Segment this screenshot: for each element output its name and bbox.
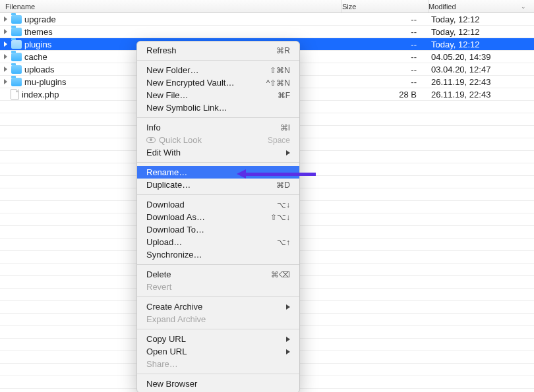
filename-label: themes <box>24 27 53 37</box>
cell-filename: themes <box>0 27 343 37</box>
cell-filename: upgrade <box>0 14 343 24</box>
chevron-right-icon <box>286 349 290 354</box>
column-filename[interactable]: Filename <box>0 3 341 11</box>
table-row[interactable]: upgrade--Today, 12:12 <box>0 13 534 26</box>
menu-new-folder[interactable]: New Folder… ⇧⌘N <box>137 64 299 76</box>
filename-label: index.php <box>22 90 59 99</box>
menu-download[interactable]: Download ⌥↓ <box>137 198 299 211</box>
disclosure-triangle-icon[interactable] <box>4 54 7 59</box>
column-modified[interactable]: Modified ⌄ <box>429 3 534 11</box>
cell-size: -- <box>343 40 429 49</box>
folder-icon <box>11 53 22 61</box>
cell-modified: Today, 12:12 <box>429 40 534 49</box>
menu-open-url[interactable]: Open URL <box>137 345 299 358</box>
menu-refresh[interactable]: Refresh ⌘R <box>137 44 299 57</box>
disclosure-triangle-icon[interactable] <box>4 79 7 84</box>
column-size[interactable]: Size <box>342 3 428 11</box>
sort-indicator-icon: ⌄ <box>521 3 526 10</box>
menu-synchronize[interactable]: Synchronize… <box>137 248 299 261</box>
menu-new-file[interactable]: New File… ⌘F <box>137 89 299 101</box>
menu-separator <box>137 194 299 195</box>
menu-share: Share… <box>137 358 299 370</box>
menu-expand-archive: Expand Archive <box>137 313 299 325</box>
disclosure-triangle-icon[interactable] <box>4 16 7 22</box>
filename-label: plugins <box>24 40 51 49</box>
menu-duplicate[interactable]: Duplicate… ⌘D <box>137 179 299 191</box>
menu-new-browser[interactable]: New Browser <box>137 378 299 390</box>
column-header: Filename Size Modified ⌄ <box>0 0 534 13</box>
context-menu: Refresh ⌘R New Folder… ⇧⌘N New Encrypted… <box>136 41 300 392</box>
menu-download-to[interactable]: Download To… <box>137 223 299 236</box>
filename-label: upgrade <box>24 14 56 24</box>
menu-upload[interactable]: Upload… ⌥↑ <box>137 236 299 248</box>
chevron-right-icon <box>286 337 290 342</box>
cell-size: -- <box>343 52 429 62</box>
disclosure-triangle-icon[interactable] <box>4 29 7 34</box>
cell-modified: 03.04.20, 12:47 <box>429 65 534 74</box>
chevron-right-icon <box>286 304 290 310</box>
cell-modified: 26.11.19, 22:43 <box>429 77 534 87</box>
cell-modified: Today, 12:12 <box>429 14 534 24</box>
menu-create-archive[interactable]: Create Archive <box>137 300 299 313</box>
menu-separator <box>137 162 299 163</box>
cell-size: -- <box>343 14 429 24</box>
menu-revert: Revert <box>137 281 299 293</box>
menu-new-symbolic-link[interactable]: New Symbolic Link… <box>137 101 299 114</box>
table-row[interactable]: themes--Today, 12:12 <box>0 26 534 38</box>
menu-edit-with[interactable]: Edit With <box>137 146 299 159</box>
menu-quick-look: Quick Look Space <box>137 134 299 146</box>
disclosure-triangle-icon[interactable] <box>4 42 7 47</box>
cell-modified: 26.11.19, 22:43 <box>429 90 534 99</box>
folder-icon <box>11 65 22 74</box>
menu-separator <box>137 60 299 61</box>
menu-separator <box>137 264 299 265</box>
menu-separator <box>137 296 299 297</box>
folder-icon <box>11 78 22 86</box>
cell-modified: Today, 12:12 <box>429 27 534 37</box>
menu-new-encrypted-vault[interactable]: New Encrypted Vault… ^⇧⌘N <box>137 76 299 89</box>
eye-icon <box>146 137 156 143</box>
filename-label: cache <box>24 52 47 62</box>
file-icon <box>11 89 19 99</box>
folder-icon <box>11 15 22 24</box>
menu-separator <box>137 374 299 374</box>
menu-delete[interactable]: Delete ⌘⌫ <box>137 268 299 281</box>
menu-info[interactable]: Info ⌘I <box>137 121 299 134</box>
filename-label: uploads <box>24 65 55 74</box>
menu-separator <box>137 117 299 118</box>
menu-rename[interactable]: Rename… <box>137 166 299 179</box>
disclosure-triangle-icon[interactable] <box>4 67 7 72</box>
folder-icon <box>11 28 22 36</box>
filename-label: mu-plugins <box>24 77 67 87</box>
folder-icon <box>11 40 22 49</box>
menu-separator <box>137 329 299 329</box>
menu-download-as[interactable]: Download As… ⇧⌥↓ <box>137 211 299 223</box>
cell-size: -- <box>343 77 429 87</box>
menu-copy-url[interactable]: Copy URL <box>137 333 299 345</box>
chevron-right-icon <box>286 150 290 155</box>
cell-size: -- <box>343 65 429 74</box>
cell-size: -- <box>343 27 429 37</box>
cell-modified: 04.05.20, 14:39 <box>429 52 534 62</box>
cell-size: 28 B <box>343 90 429 99</box>
